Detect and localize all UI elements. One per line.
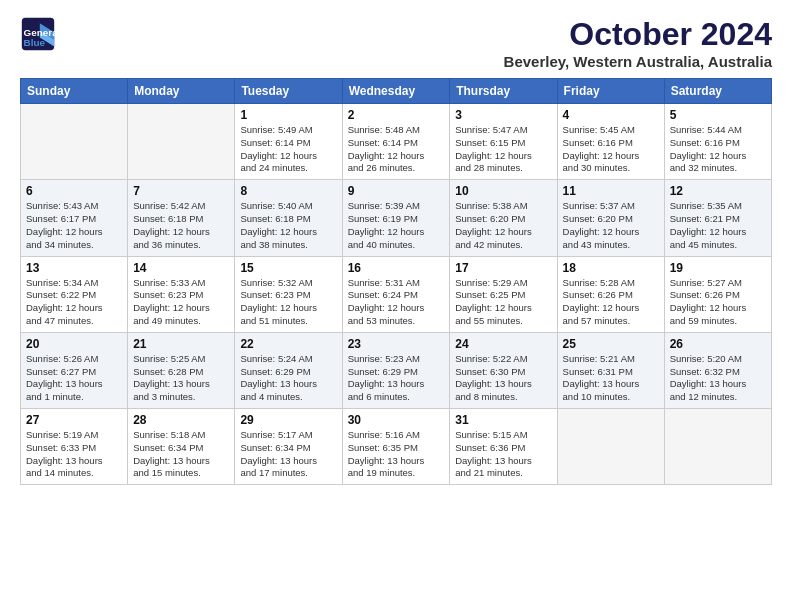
day-info: Sunrise: 5:25 AM Sunset: 6:28 PM Dayligh… — [133, 353, 229, 404]
day-number: 6 — [26, 184, 122, 198]
calendar-week-row: 20Sunrise: 5:26 AM Sunset: 6:27 PM Dayli… — [21, 332, 772, 408]
calendar-cell: 4Sunrise: 5:45 AM Sunset: 6:16 PM Daylig… — [557, 104, 664, 180]
day-number: 14 — [133, 261, 229, 275]
calendar-cell: 5Sunrise: 5:44 AM Sunset: 6:16 PM Daylig… — [664, 104, 771, 180]
day-number: 24 — [455, 337, 551, 351]
day-number: 20 — [26, 337, 122, 351]
day-number: 7 — [133, 184, 229, 198]
col-wednesday: Wednesday — [342, 79, 450, 104]
calendar-cell: 21Sunrise: 5:25 AM Sunset: 6:28 PM Dayli… — [128, 332, 235, 408]
day-info: Sunrise: 5:47 AM Sunset: 6:15 PM Dayligh… — [455, 124, 551, 175]
calendar-week-row: 13Sunrise: 5:34 AM Sunset: 6:22 PM Dayli… — [21, 256, 772, 332]
calendar-week-row: 6Sunrise: 5:43 AM Sunset: 6:17 PM Daylig… — [21, 180, 772, 256]
day-number: 22 — [240, 337, 336, 351]
day-number: 4 — [563, 108, 659, 122]
day-info: Sunrise: 5:15 AM Sunset: 6:36 PM Dayligh… — [455, 429, 551, 480]
day-number: 19 — [670, 261, 766, 275]
day-info: Sunrise: 5:29 AM Sunset: 6:25 PM Dayligh… — [455, 277, 551, 328]
col-tuesday: Tuesday — [235, 79, 342, 104]
calendar-cell: 1Sunrise: 5:49 AM Sunset: 6:14 PM Daylig… — [235, 104, 342, 180]
day-info: Sunrise: 5:37 AM Sunset: 6:20 PM Dayligh… — [563, 200, 659, 251]
col-monday: Monday — [128, 79, 235, 104]
calendar-cell: 20Sunrise: 5:26 AM Sunset: 6:27 PM Dayli… — [21, 332, 128, 408]
col-thursday: Thursday — [450, 79, 557, 104]
day-number: 5 — [670, 108, 766, 122]
day-info: Sunrise: 5:24 AM Sunset: 6:29 PM Dayligh… — [240, 353, 336, 404]
calendar-cell: 17Sunrise: 5:29 AM Sunset: 6:25 PM Dayli… — [450, 256, 557, 332]
day-number: 13 — [26, 261, 122, 275]
day-number: 10 — [455, 184, 551, 198]
day-number: 15 — [240, 261, 336, 275]
calendar-cell: 6Sunrise: 5:43 AM Sunset: 6:17 PM Daylig… — [21, 180, 128, 256]
day-info: Sunrise: 5:23 AM Sunset: 6:29 PM Dayligh… — [348, 353, 445, 404]
day-info: Sunrise: 5:42 AM Sunset: 6:18 PM Dayligh… — [133, 200, 229, 251]
calendar-cell: 14Sunrise: 5:33 AM Sunset: 6:23 PM Dayli… — [128, 256, 235, 332]
day-info: Sunrise: 5:34 AM Sunset: 6:22 PM Dayligh… — [26, 277, 122, 328]
day-info: Sunrise: 5:28 AM Sunset: 6:26 PM Dayligh… — [563, 277, 659, 328]
day-number: 17 — [455, 261, 551, 275]
day-number: 28 — [133, 413, 229, 427]
day-number: 9 — [348, 184, 445, 198]
day-info: Sunrise: 5:27 AM Sunset: 6:26 PM Dayligh… — [670, 277, 766, 328]
day-info: Sunrise: 5:31 AM Sunset: 6:24 PM Dayligh… — [348, 277, 445, 328]
calendar: Sunday Monday Tuesday Wednesday Thursday… — [20, 78, 772, 485]
day-number: 3 — [455, 108, 551, 122]
day-number: 1 — [240, 108, 336, 122]
calendar-cell: 19Sunrise: 5:27 AM Sunset: 6:26 PM Dayli… — [664, 256, 771, 332]
calendar-cell: 11Sunrise: 5:37 AM Sunset: 6:20 PM Dayli… — [557, 180, 664, 256]
day-number: 8 — [240, 184, 336, 198]
day-info: Sunrise: 5:35 AM Sunset: 6:21 PM Dayligh… — [670, 200, 766, 251]
calendar-cell: 23Sunrise: 5:23 AM Sunset: 6:29 PM Dayli… — [342, 332, 450, 408]
calendar-cell: 27Sunrise: 5:19 AM Sunset: 6:33 PM Dayli… — [21, 409, 128, 485]
day-info: Sunrise: 5:22 AM Sunset: 6:30 PM Dayligh… — [455, 353, 551, 404]
svg-text:Blue: Blue — [24, 37, 46, 48]
day-info: Sunrise: 5:32 AM Sunset: 6:23 PM Dayligh… — [240, 277, 336, 328]
calendar-cell — [128, 104, 235, 180]
calendar-header-row: Sunday Monday Tuesday Wednesday Thursday… — [21, 79, 772, 104]
day-number: 21 — [133, 337, 229, 351]
day-info: Sunrise: 5:45 AM Sunset: 6:16 PM Dayligh… — [563, 124, 659, 175]
calendar-cell: 26Sunrise: 5:20 AM Sunset: 6:32 PM Dayli… — [664, 332, 771, 408]
calendar-cell — [664, 409, 771, 485]
col-saturday: Saturday — [664, 79, 771, 104]
calendar-cell — [21, 104, 128, 180]
calendar-cell: 18Sunrise: 5:28 AM Sunset: 6:26 PM Dayli… — [557, 256, 664, 332]
day-info: Sunrise: 5:44 AM Sunset: 6:16 PM Dayligh… — [670, 124, 766, 175]
calendar-cell: 8Sunrise: 5:40 AM Sunset: 6:18 PM Daylig… — [235, 180, 342, 256]
day-number: 16 — [348, 261, 445, 275]
col-sunday: Sunday — [21, 79, 128, 104]
day-info: Sunrise: 5:48 AM Sunset: 6:14 PM Dayligh… — [348, 124, 445, 175]
day-info: Sunrise: 5:17 AM Sunset: 6:34 PM Dayligh… — [240, 429, 336, 480]
calendar-cell — [557, 409, 664, 485]
day-number: 2 — [348, 108, 445, 122]
calendar-cell: 28Sunrise: 5:18 AM Sunset: 6:34 PM Dayli… — [128, 409, 235, 485]
calendar-cell: 7Sunrise: 5:42 AM Sunset: 6:18 PM Daylig… — [128, 180, 235, 256]
header: General Blue October 2024 Beverley, West… — [20, 16, 772, 70]
day-number: 23 — [348, 337, 445, 351]
main-title: October 2024 — [504, 16, 772, 53]
day-info: Sunrise: 5:19 AM Sunset: 6:33 PM Dayligh… — [26, 429, 122, 480]
calendar-week-row: 27Sunrise: 5:19 AM Sunset: 6:33 PM Dayli… — [21, 409, 772, 485]
day-info: Sunrise: 5:21 AM Sunset: 6:31 PM Dayligh… — [563, 353, 659, 404]
day-info: Sunrise: 5:40 AM Sunset: 6:18 PM Dayligh… — [240, 200, 336, 251]
day-number: 25 — [563, 337, 659, 351]
calendar-cell: 2Sunrise: 5:48 AM Sunset: 6:14 PM Daylig… — [342, 104, 450, 180]
calendar-cell: 10Sunrise: 5:38 AM Sunset: 6:20 PM Dayli… — [450, 180, 557, 256]
calendar-cell: 30Sunrise: 5:16 AM Sunset: 6:35 PM Dayli… — [342, 409, 450, 485]
sub-title: Beverley, Western Australia, Australia — [504, 53, 772, 70]
day-info: Sunrise: 5:26 AM Sunset: 6:27 PM Dayligh… — [26, 353, 122, 404]
calendar-cell: 13Sunrise: 5:34 AM Sunset: 6:22 PM Dayli… — [21, 256, 128, 332]
page: General Blue October 2024 Beverley, West… — [0, 0, 792, 612]
day-info: Sunrise: 5:39 AM Sunset: 6:19 PM Dayligh… — [348, 200, 445, 251]
title-block: October 2024 Beverley, Western Australia… — [504, 16, 772, 70]
logo-icon: General Blue — [20, 16, 56, 52]
logo: General Blue — [20, 16, 56, 52]
calendar-cell: 25Sunrise: 5:21 AM Sunset: 6:31 PM Dayli… — [557, 332, 664, 408]
calendar-cell: 31Sunrise: 5:15 AM Sunset: 6:36 PM Dayli… — [450, 409, 557, 485]
col-friday: Friday — [557, 79, 664, 104]
day-info: Sunrise: 5:20 AM Sunset: 6:32 PM Dayligh… — [670, 353, 766, 404]
day-info: Sunrise: 5:38 AM Sunset: 6:20 PM Dayligh… — [455, 200, 551, 251]
day-number: 12 — [670, 184, 766, 198]
day-info: Sunrise: 5:33 AM Sunset: 6:23 PM Dayligh… — [133, 277, 229, 328]
calendar-cell: 3Sunrise: 5:47 AM Sunset: 6:15 PM Daylig… — [450, 104, 557, 180]
